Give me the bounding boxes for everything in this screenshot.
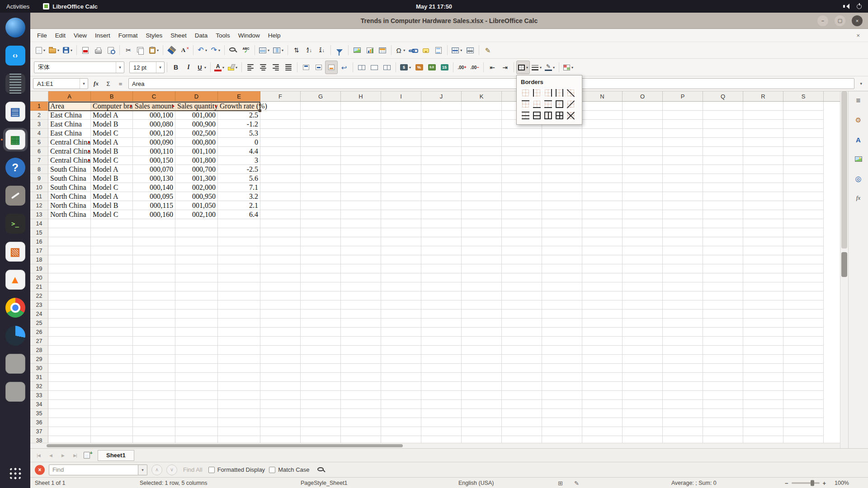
title-bar[interactable]: Trends in Computer Hardware Sales.xlsx -… xyxy=(30,13,868,29)
name-box-dropdown-arrow[interactable]: ▾ xyxy=(80,79,88,89)
cell-M23[interactable] xyxy=(542,300,582,310)
cell-K20[interactable] xyxy=(462,273,502,282)
border-color-dropdown-arrow[interactable]: ▾ xyxy=(553,66,555,70)
cell-R21[interactable] xyxy=(743,282,783,291)
cell-I22[interactable] xyxy=(381,291,421,300)
cell-G8[interactable] xyxy=(301,165,341,174)
cell-G6[interactable] xyxy=(301,147,341,156)
cell-E9[interactable]: 5.6 xyxy=(218,174,260,183)
row-header-23[interactable]: 23 xyxy=(30,300,48,310)
insert-hyperlink-button[interactable] xyxy=(407,43,420,57)
cell-N11[interactable] xyxy=(582,192,623,201)
cell-G14[interactable] xyxy=(301,219,341,228)
cell-B9[interactable]: Model B xyxy=(91,174,133,183)
cell-A9[interactable]: South China xyxy=(48,174,91,183)
cell-G26[interactable] xyxy=(301,328,341,337)
dock-terminal[interactable]: >_ xyxy=(3,212,28,235)
cell-G1[interactable] xyxy=(301,102,341,111)
border-preset-border-left-and-right[interactable] xyxy=(555,88,564,98)
row-header-14[interactable]: 14 xyxy=(30,219,48,228)
cell-J31[interactable] xyxy=(421,373,462,382)
cell-F24[interactable] xyxy=(260,310,301,319)
cell-I35[interactable] xyxy=(381,409,421,418)
cell-A38[interactable] xyxy=(48,436,91,443)
row-header-27[interactable]: 27 xyxy=(30,337,48,346)
cell-G28[interactable] xyxy=(301,346,341,355)
cell-D2[interactable]: 001,000 xyxy=(175,111,218,120)
redo-button[interactable]: ↷▾ xyxy=(209,43,222,57)
dock-libreoffice-writer[interactable]: ▤ xyxy=(3,100,28,123)
save-dropdown-arrow[interactable]: ▾ xyxy=(71,48,72,52)
row-header-36[interactable]: 36 xyxy=(30,418,48,427)
cell-M8[interactable] xyxy=(542,165,582,174)
cell-G12[interactable] xyxy=(301,201,341,210)
cell-B38[interactable] xyxy=(91,436,133,443)
column-header-N[interactable]: N xyxy=(582,91,623,101)
cell-E33[interactable] xyxy=(218,391,260,400)
cell-P35[interactable] xyxy=(663,409,703,418)
cell-N26[interactable] xyxy=(582,328,623,337)
cell-N9[interactable] xyxy=(582,174,623,183)
cell-F5[interactable] xyxy=(260,138,301,147)
unmerge-cells-button[interactable] xyxy=(381,61,393,74)
print-preview-button[interactable] xyxy=(104,43,117,57)
cell-I24[interactable] xyxy=(381,310,421,319)
cell-K5[interactable] xyxy=(462,138,502,147)
cell-H38[interactable] xyxy=(341,436,381,443)
cell-H16[interactable] xyxy=(341,237,381,246)
cell-F6[interactable] xyxy=(260,147,301,156)
cell-B20[interactable] xyxy=(91,273,133,282)
row-header-12[interactable]: 12 xyxy=(30,201,48,210)
cell-H27[interactable] xyxy=(341,337,381,346)
match-case-checkbox[interactable]: Match Case xyxy=(269,466,309,473)
topbar-app-menu[interactable]: LibreOffice Calc xyxy=(43,3,98,10)
cell-P22[interactable] xyxy=(663,291,703,300)
first-sheet-button[interactable]: |◀ xyxy=(33,450,44,460)
column-header-J[interactable]: J xyxy=(421,91,462,101)
cell-I4[interactable] xyxy=(381,129,421,138)
cell-R30[interactable] xyxy=(743,364,783,373)
cell-Q6[interactable] xyxy=(703,147,743,156)
cell-D14[interactable] xyxy=(175,219,218,228)
cell-E10[interactable]: 7.1 xyxy=(218,183,260,192)
cell-C5[interactable]: 000,090 xyxy=(133,138,175,147)
cell-D6[interactable]: 001,100 xyxy=(175,147,218,156)
cell-L21[interactable] xyxy=(502,282,542,291)
cell-J10[interactable] xyxy=(421,183,462,192)
copy-button[interactable] xyxy=(135,43,147,57)
cell-A16[interactable] xyxy=(48,237,91,246)
cell-K14[interactable] xyxy=(462,219,502,228)
cell-I5[interactable] xyxy=(381,138,421,147)
new-dropdown-arrow[interactable]: ▾ xyxy=(43,48,45,52)
zoom-level[interactable]: 100% xyxy=(835,480,849,486)
cell-S5[interactable] xyxy=(783,138,824,147)
cell-G18[interactable] xyxy=(301,255,341,264)
cell-N29[interactable] xyxy=(582,355,623,364)
cell-G24[interactable] xyxy=(301,310,341,319)
cell-J16[interactable] xyxy=(421,237,462,246)
menu-tools[interactable]: Tools xyxy=(212,30,234,41)
sidebar-navigator-icon[interactable]: ◎ xyxy=(852,172,865,185)
font-name-combo-dropdown-arrow[interactable]: ▾ xyxy=(116,62,124,73)
cell-L18[interactable] xyxy=(502,255,542,264)
cell-O38[interactable] xyxy=(623,436,663,443)
cell-D26[interactable] xyxy=(175,328,218,337)
cell-E36[interactable] xyxy=(218,418,260,427)
cell-G4[interactable] xyxy=(301,129,341,138)
cell-E2[interactable]: 2.5 xyxy=(218,111,260,120)
cell-F26[interactable] xyxy=(260,328,301,337)
cell-R14[interactable] xyxy=(743,219,783,228)
column-header-C[interactable]: C xyxy=(133,91,175,101)
cell-I23[interactable] xyxy=(381,300,421,310)
cell-S3[interactable] xyxy=(783,120,824,129)
cell-O37[interactable] xyxy=(623,427,663,436)
cell-K11[interactable] xyxy=(462,192,502,201)
cell-S32[interactable] xyxy=(783,382,824,391)
cell-O17[interactable] xyxy=(623,246,663,255)
cell-C8[interactable]: 000,070 xyxy=(133,165,175,174)
cell-P11[interactable] xyxy=(663,192,703,201)
cell-L11[interactable] xyxy=(502,192,542,201)
cell-N24[interactable] xyxy=(582,310,623,319)
menu-help[interactable]: Help xyxy=(264,30,285,41)
cell-O16[interactable] xyxy=(623,237,663,246)
